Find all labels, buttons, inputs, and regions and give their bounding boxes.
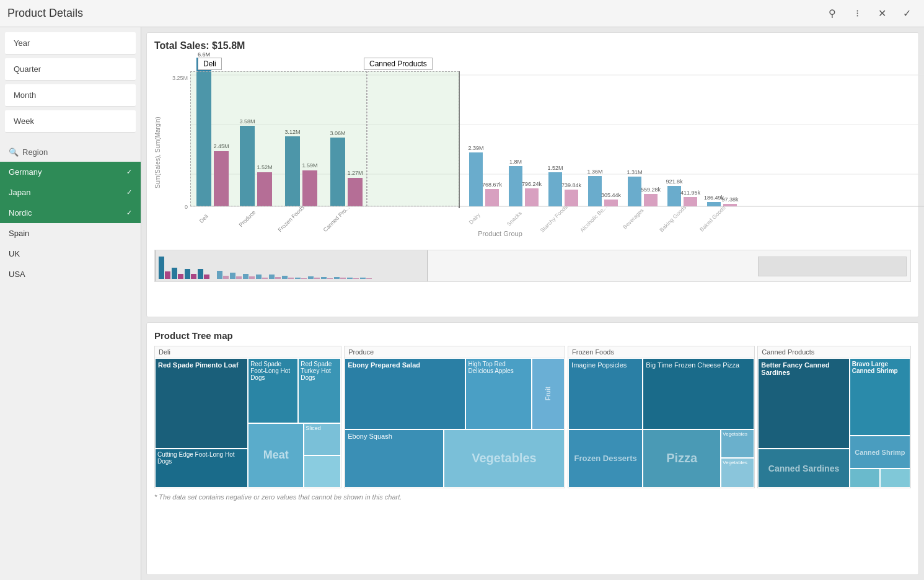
bar-baked-margin (723, 204, 737, 206)
tm-cell-pizza-label: Big Time Frozen Cheese Pizza (643, 358, 754, 429)
svg-text:3.06M: 3.06M (330, 130, 345, 136)
treemap-frozen-header: Frozen Foods (568, 346, 754, 358)
check-japan: ✓ (126, 188, 132, 196)
content-area: Total Sales: $15.8M Sum(Sales), Sum(Marg… (141, 27, 924, 580)
region-label: Region (22, 147, 48, 157)
treemap-produce: Produce Ebony Prepared Salad Ebony Squas… (344, 346, 565, 488)
tm-cell-popsicles: Imagine Popsicles (568, 358, 643, 429)
scroll-handle-right[interactable] (758, 257, 907, 276)
chart-inner: Deli Canned Products (190, 56, 911, 248)
svg-text:559.28k: 559.28k (641, 187, 661, 193)
treemap-canned: Canned Products Better Fancy Canned Sard… (757, 346, 911, 488)
svg-text:796.24k: 796.24k (522, 181, 542, 187)
bar-alcoholic-sales (588, 176, 602, 206)
page-title: Product Details (7, 7, 83, 20)
treemap-produce-cells: Ebony Prepared Salad Ebony Squash High T… (345, 358, 565, 488)
header-actions: ⚲ ⁝ ✕ ✓ (822, 4, 917, 24)
tm-cell-footlong: Red Spade Foot-Long Hot Dogs (248, 358, 298, 423)
settings-icon[interactable]: ⁝ (847, 4, 867, 24)
svg-text:Beverages: Beverages (622, 207, 645, 231)
svg-text:Baking Goods: Baking Goods (658, 204, 687, 233)
treemap-canned-cells: Better Fancy Canned Sardines Canned Sard… (758, 358, 910, 488)
mini-chart[interactable] (154, 250, 911, 282)
filter-quarter[interactable]: Quarter (5, 58, 136, 81)
bar-canned-margin (348, 178, 363, 206)
svg-text:Produce: Produce (237, 209, 257, 228)
svg-text:1.36M: 1.36M (587, 169, 602, 175)
y-axis: 3.25M 0 (165, 56, 190, 248)
bar-beverages-margin (644, 194, 658, 206)
region-nordic[interactable]: Nordic ✓ (0, 203, 141, 223)
bar-produce-sales (240, 126, 255, 206)
svg-text:2.45M: 2.45M (213, 143, 229, 149)
tm-cell-sardines-wm: Canned Sardines (758, 449, 849, 488)
svg-text:97.38k: 97.38k (721, 196, 739, 203)
region-uk[interactable]: UK (0, 244, 141, 264)
svg-text:921.8k: 921.8k (666, 178, 683, 185)
region-japan[interactable]: Japan ✓ (0, 182, 141, 203)
svg-text:Deli: Deli (198, 213, 209, 224)
svg-text:1.27M: 1.27M (347, 170, 363, 176)
chart-title: Total Sales: $15.8M (154, 40, 911, 51)
filter-month[interactable]: Month (5, 84, 136, 107)
svg-text:3.58M: 3.58M (239, 118, 255, 125)
close-icon[interactable]: ✕ (872, 4, 892, 24)
bar-beverages-sales (628, 177, 641, 206)
region-usa[interactable]: USA (0, 264, 141, 284)
search-icon[interactable]: ⚲ (822, 4, 842, 24)
treemap-panel: Product Tree map Deli Red Spade Pimento … (146, 322, 919, 575)
tm-cell-frozen-desserts: Frozen Desserts (568, 429, 643, 488)
treemap-frozen-cells: Imagine Popsicles Big Time Frozen Cheese… (568, 358, 754, 488)
tm-cell-more-frozen: Vegetables (721, 458, 754, 488)
bar-snacks-margin (525, 188, 539, 206)
sidebar: Year Quarter Month Week 🔍 Region Germany… (0, 27, 141, 580)
treemap-deli: Deli Red Spade Pimento Loaf Cutting Edge… (154, 346, 341, 488)
svg-text:3.12M: 3.12M (284, 129, 300, 135)
svg-text:Starchy Foods: Starchy Foods (539, 203, 569, 233)
check-germany: ✓ (126, 168, 132, 176)
region-germany[interactable]: Germany ✓ (0, 162, 141, 182)
svg-text:1.52M: 1.52M (257, 164, 272, 170)
bar-chart-svg: 6.6M 2.45M 3.58M 1.52M 3.12M 1.59M (190, 56, 911, 233)
tm-cell-turkey: Red Spade Turkey Hot Dogs (298, 358, 341, 423)
bar-frozen-margin (302, 170, 317, 206)
tm-cell-other-deli (304, 455, 341, 488)
svg-text:305.44k: 305.44k (601, 192, 622, 198)
tm-cell-cutting: Cutting Edge Foot-Long Hot Dogs (155, 449, 248, 488)
bar-canned-sales (330, 138, 345, 206)
bar-starchy-margin (565, 190, 578, 206)
tm-cell-fruit: Fruit (532, 358, 565, 429)
svg-text:1.31M: 1.31M (627, 169, 642, 175)
callout-deli: Deli (198, 58, 222, 70)
svg-text:Dairy: Dairy (468, 212, 482, 226)
filter-year[interactable]: Year (5, 32, 136, 55)
svg-text:411.95k: 411.95k (680, 190, 701, 196)
scroll-thumb[interactable] (155, 250, 428, 281)
chart-panel: Total Sales: $15.8M Sum(Sales), Sum(Marg… (146, 32, 919, 317)
bar-deli-margin (214, 151, 229, 206)
check-icon[interactable]: ✓ (897, 4, 917, 24)
svg-text:739.84k: 739.84k (561, 182, 582, 188)
tm-cell-pimento: Red Spade Pimento Loaf (155, 358, 248, 449)
bar-frozen-sales (285, 136, 300, 206)
svg-text:Frozen Foods: Frozen Foods (277, 204, 306, 233)
tm-cell-veg-frozen: Vegetables (721, 429, 754, 458)
bar-dairy-sales (469, 152, 483, 206)
region-spain[interactable]: Spain (0, 223, 141, 244)
bar-baked-sales (707, 202, 721, 206)
tm-cell-apples: High Top Red Delicious Apples (465, 358, 531, 429)
svg-text:768.67k: 768.67k (482, 182, 503, 188)
bar-dairy-margin (485, 189, 499, 206)
treemap-footnote: * The data set contains negative or zero… (154, 493, 911, 501)
svg-text:Canned Pro...: Canned Pro... (322, 204, 351, 233)
tm-cell-extra2 (880, 468, 910, 488)
bar-snacks-sales (509, 166, 522, 206)
sidebar-filters: Year Quarter Month Week (0, 27, 141, 138)
treemap-produce-header: Produce (345, 346, 565, 358)
bar-produce-margin (257, 172, 272, 206)
treemap-container: Deli Red Spade Pimento Loaf Cutting Edge… (154, 346, 911, 488)
region-section: 🔍 Region Germany ✓ Japan ✓ Nordic ✓ Spai… (0, 143, 141, 580)
bar-starchy-sales (548, 172, 562, 206)
svg-text:1.52M: 1.52M (547, 165, 563, 171)
filter-week[interactable]: Week (5, 110, 136, 133)
